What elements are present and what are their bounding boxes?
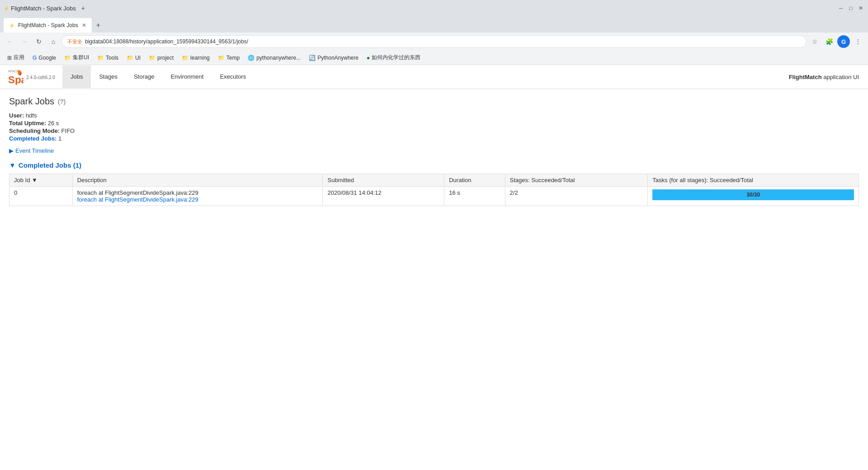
bookmark-project[interactable]: 📁 project [145, 52, 177, 63]
bookmark-star-button[interactable]: ☆ [808, 35, 821, 48]
col-duration: Duration [444, 174, 505, 187]
omnibar: ← → ↻ ⌂ 不安全 bigdata004:18088/history/app… [0, 33, 868, 51]
bookmark-pythonanywhere2[interactable]: 🔄 PythonAnywhere [305, 52, 362, 63]
folder-icon-ui: 📁 [127, 55, 133, 61]
profile-button[interactable]: G [837, 35, 850, 48]
cell-tasks: 30/30 [648, 187, 859, 206]
bookmark-jiqunui[interactable]: 📁 集群UI [61, 52, 93, 63]
completed-value: 1 [58, 135, 61, 142]
home-button[interactable]: ⌂ [47, 35, 60, 48]
scheduling-row: Scheduling Mode: FIFO [9, 127, 859, 134]
uptime-label: Total Uptime: [9, 120, 46, 127]
nav-executors[interactable]: Executors [212, 66, 254, 88]
col-submitted-label: Submitted [327, 177, 354, 183]
spark-app-title: FlightMatch application UI [789, 74, 868, 80]
folder-icon-tools: 📁 [97, 55, 104, 61]
info-table: User: hdfs Total Uptime: 26 s Scheduling… [9, 112, 859, 142]
spark-header: APACHE Spark 2.4.0-cdh6.2.0 Jobs Stages … [0, 65, 868, 89]
description-link[interactable]: foreach at FlightSegmentDivideSpark.java… [77, 196, 318, 203]
bookmarks-bar: ⊞ 应用 G Google 📁 集群UI 📁 Tools 📁 UI 📁 proj… [0, 51, 868, 65]
window-controls: ─ □ ✕ [837, 5, 864, 12]
completed-link[interactable]: Completed Jobs: [9, 135, 57, 142]
back-button[interactable]: ← [4, 35, 16, 48]
nav-environment[interactable]: Environment [162, 66, 212, 88]
section-title: Completed Jobs (1) [19, 161, 81, 169]
bookmark-google[interactable]: G Google [29, 52, 60, 63]
spark-logo: APACHE Spark 2.4.0-cdh6.2.0 [0, 65, 62, 89]
toolbar-right: ☆ 🧩 G ⋮ [808, 35, 864, 48]
bookmark-temp-label: Temp [226, 55, 240, 61]
active-tab[interactable]: ⚡ FlightMatch - Spark Jobs ✕ [4, 18, 92, 33]
minimize-button[interactable]: ─ [837, 5, 844, 12]
folder-icon-project: 📁 [149, 55, 156, 61]
nav-storage[interactable]: Storage [126, 66, 163, 88]
tab-bar: ⚡ FlightMatch - Spark Jobs ✕ + [0, 16, 868, 33]
new-tab-button[interactable]: + [92, 18, 105, 33]
event-timeline-link[interactable]: ▶ Event Timeline [9, 147, 859, 154]
google-icon: G [33, 55, 37, 61]
help-icon[interactable]: (?) [58, 98, 66, 105]
refresh-icon: 🔄 [309, 55, 316, 61]
folder-icon-temp: 📁 [218, 55, 225, 61]
duration-value: 16 s [449, 189, 460, 196]
cell-jobid: 0 [9, 187, 73, 206]
event-timeline-label: Event Timeline [15, 147, 54, 154]
bookmark-tools-label: Tools [106, 55, 118, 61]
tab-new-icon[interactable]: + [81, 5, 85, 12]
bookmark-jiqunui-label: 集群UI [73, 54, 89, 61]
tab-close-icon[interactable]: ✕ [82, 22, 86, 28]
col-tasks: Tasks (for all stages): Succeeded/Total [648, 174, 859, 187]
col-stages: Stages: Succeeded/Total [505, 174, 648, 187]
completed-label-text: Completed Jobs: [9, 135, 57, 142]
col-description-label: Description [77, 177, 107, 183]
folder-icon-learning: 📁 [182, 55, 189, 61]
submitted-value: 2020/08/31 14:04:12 [327, 189, 381, 196]
description-main: foreach at FlightSegmentDivideSpark.java… [77, 189, 198, 196]
forward-button[interactable]: → [18, 35, 31, 48]
progress-bar-text: 30/30 [746, 192, 760, 198]
nav-stages[interactable]: Stages [91, 66, 125, 88]
maximize-button[interactable]: □ [847, 5, 854, 12]
scheduling-label: Scheduling Mode: [9, 127, 60, 134]
spark-nav: Jobs Stages Storage Environment Executor… [62, 66, 254, 88]
tab-favicon-icon: ⚡ [9, 23, 14, 28]
col-jobid-label: Job Id ▼ [14, 177, 38, 183]
cell-duration: 16 s [444, 187, 505, 206]
reload-button[interactable]: ↻ [33, 35, 45, 48]
user-value: hdfs [26, 112, 37, 119]
uptime-value: 26 s [48, 120, 59, 127]
col-jobid[interactable]: Job Id ▼ [9, 174, 73, 187]
page-title-text: Spark Jobs [9, 96, 54, 107]
nav-jobs[interactable]: Jobs [62, 66, 91, 88]
tab-title: FlightMatch - Spark Jobs [11, 5, 76, 12]
col-tasks-label: Tasks (for all stages): Succeeded/Total [652, 177, 753, 183]
bookmark-chinese[interactable]: ● 如何内化学过的东西 [363, 52, 424, 63]
address-bar[interactable]: 不安全 bigdata004:18088/history/application… [61, 35, 807, 48]
page-title: Spark Jobs (?) [9, 96, 859, 107]
bookmark-tools[interactable]: 📁 Tools [94, 52, 122, 63]
scheduling-value: FIFO [61, 127, 75, 134]
page-content: APACHE Spark 2.4.0-cdh6.2.0 Jobs Stages … [0, 65, 868, 470]
app-name: FlightMatch [789, 74, 822, 80]
close-button[interactable]: ✕ [857, 5, 864, 12]
user-label: User: [9, 112, 24, 119]
bookmark-temp[interactable]: 📁 Temp [214, 52, 243, 63]
bookmark-apps[interactable]: ⊞ 应用 [4, 52, 28, 63]
title-bar: ⚡ FlightMatch - Spark Jobs + ─ □ ✕ [0, 0, 868, 16]
menu-button[interactable]: ⋮ [852, 35, 864, 48]
completed-row: Completed Jobs: 1 [9, 135, 859, 142]
bookmark-pythonanywhere[interactable]: 🌐 pythonanywhere... [244, 52, 304, 63]
stages-value: 2/2 [510, 189, 518, 196]
col-duration-label: Duration [449, 177, 471, 183]
bookmark-pythonanywhere-label: pythonanywhere... [256, 55, 301, 61]
section-collapse-arrow: ▼ [9, 161, 16, 169]
section-header[interactable]: ▼ Completed Jobs (1) [9, 161, 859, 169]
bookmark-project-label: project [157, 55, 174, 61]
extensions-button[interactable]: 🧩 [823, 35, 835, 48]
job-id-value: 0 [14, 189, 17, 196]
bookmark-learning[interactable]: 📁 learning [178, 52, 213, 63]
cell-description: foreach at FlightSegmentDivideSpark.java… [72, 187, 323, 206]
bookmark-ui[interactable]: 📁 UI [123, 52, 144, 63]
bookmark-ui-label: UI [135, 55, 141, 61]
bookmark-pythonanywhere2-label: PythonAnywhere [317, 55, 359, 61]
